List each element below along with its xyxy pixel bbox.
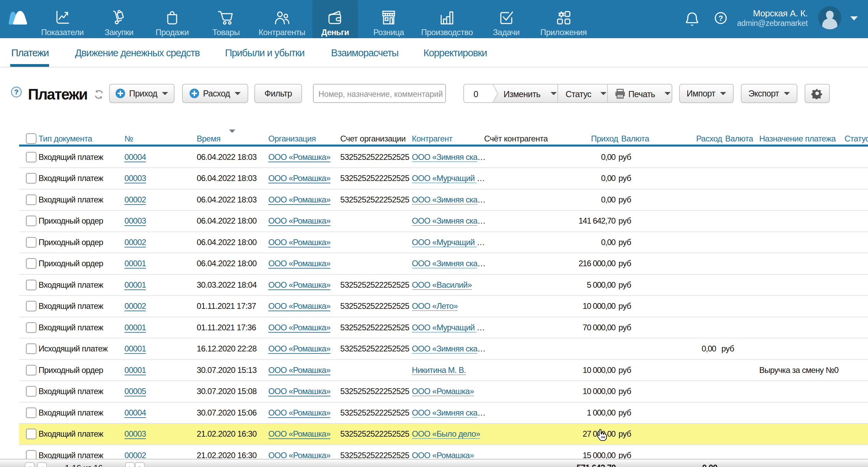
svg-text:?: ? bbox=[718, 14, 723, 22]
svg-text:?: ? bbox=[14, 88, 19, 96]
